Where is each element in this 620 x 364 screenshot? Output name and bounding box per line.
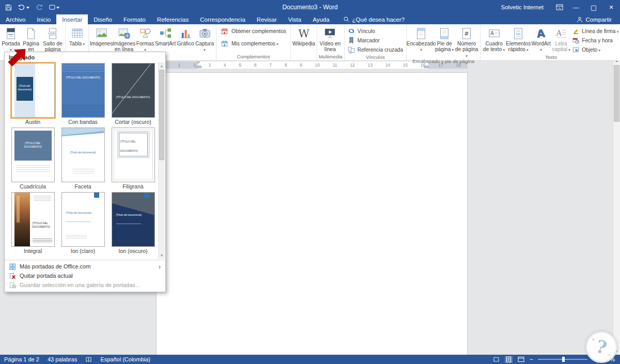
bookmark-button[interactable]: Marcador: [346, 36, 405, 45]
cover-option-cuadricula[interactable]: [TÍTULO DEL DOCUMENTO] Cuadrícula: [8, 126, 58, 191]
cover-thumbnail: [Título del documento]: [112, 192, 155, 247]
table-button[interactable]: Tabla: [67, 25, 87, 54]
blank-page-icon: [25, 26, 37, 41]
tab-archivo[interactable]: Archivo: [0, 14, 31, 24]
shapes-button[interactable]: Formas: [136, 25, 154, 54]
left-indent-marker[interactable]: [195, 66, 202, 68]
object-button[interactable]: Objeto: [571, 45, 620, 54]
proofing-book-icon[interactable]: [85, 357, 92, 362]
chart-button[interactable]: Gráfico: [176, 25, 195, 54]
customize-qat-button[interactable]: [49, 0, 59, 14]
page-number-button[interactable]: # Número de página: [455, 25, 478, 58]
hyperlink-button[interactable]: Vínculo: [346, 26, 405, 36]
word-count[interactable]: 43 palabras: [48, 356, 78, 362]
group-vinculos: Vínculo Marcador Referencia cruzada Vínc…: [345, 24, 407, 60]
tab-referencias[interactable]: Referencias: [151, 14, 194, 24]
cover-page-gallery: Integrado [Título del documento] Austin …: [4, 52, 166, 292]
remove-cover-icon: [9, 273, 16, 279]
zoom-out-button[interactable]: −: [530, 356, 533, 362]
question-mark-glyph: ?: [594, 336, 609, 358]
my-addins-label: Mis complementos: [231, 41, 278, 46]
language-indicator[interactable]: Español (Colombia): [100, 356, 150, 362]
tab-revisar[interactable]: Revisar: [251, 14, 283, 24]
save-button[interactable]: [5, 0, 12, 14]
bookmark-label: Marcador: [358, 38, 380, 43]
maximize-button[interactable]: [585, 0, 602, 14]
date-time-button[interactable]: Fecha y hora: [571, 36, 620, 45]
zoom-slider[interactable]: [538, 359, 587, 360]
cross-reference-button[interactable]: Referencia cruzada: [346, 45, 405, 54]
account-name[interactable]: Solvetic Internet: [501, 4, 544, 10]
save-selection-menu-item[interactable]: Guardar selección en una galería de port…: [5, 280, 165, 290]
share-button[interactable]: Compartir: [577, 14, 620, 24]
drop-cap-button[interactable]: A Letra capital: [551, 25, 571, 54]
document-page[interactable]: [156, 72, 468, 355]
online-video-button[interactable]: Vídeo en línea: [319, 25, 342, 54]
footer-button[interactable]: Pie de página: [434, 25, 455, 58]
date-time-label: Fecha y hora: [582, 38, 612, 43]
gallery-scroll-thumb[interactable]: [159, 70, 164, 160]
tab-insertar[interactable]: Insertar: [56, 14, 88, 24]
cover-option-filigrana[interactable]: [TÍTULO DEL DOCUMENTO] Filigrana: [108, 126, 158, 191]
cover-option-faceta[interactable]: [Título del documento] Faceta: [58, 126, 108, 191]
cover-option-ion-claro[interactable]: [Título del documento] Ion (claro): [58, 191, 108, 255]
caret-down-icon: [56, 6, 59, 9]
cover-option-integral[interactable]: [TÍTULO DEL DOCUMENTO] Integral: [8, 191, 58, 255]
cover-option-austin[interactable]: [Título del documento] Austin: [8, 61, 58, 126]
tab-diseno[interactable]: Diseño: [88, 14, 118, 24]
signature-line-button[interactable]: Línea de firma: [571, 26, 620, 36]
screenshot-button[interactable]: Captura: [195, 25, 214, 54]
gallery-scroll-up[interactable]: [159, 62, 165, 69]
wordart-label: WordArt: [531, 41, 551, 53]
smartart-button[interactable]: SmartArt: [154, 25, 176, 54]
quick-parts-button[interactable]: Elementos rápidos: [506, 25, 531, 54]
wikipedia-button[interactable]: W Wikipedia: [292, 25, 315, 54]
get-addins-button[interactable]: Obtener complementos: [218, 25, 289, 37]
wordart-button[interactable]: A WordArt: [531, 25, 551, 54]
my-addins-button[interactable]: Mis complementos: [218, 37, 289, 50]
group-texto: A Cuadro de texto Elementos rápidos A Wo…: [481, 24, 620, 60]
gallery-scrollbar[interactable]: [158, 62, 165, 259]
print-layout-button[interactable]: [505, 356, 513, 363]
web-layout-button[interactable]: [517, 356, 525, 363]
ruler-number: 13: [367, 62, 372, 68]
more-covers-label: Más portadas de Office.com: [20, 263, 90, 270]
undo-button[interactable]: [18, 0, 29, 14]
cover-option-con-bandas[interactable]: [TÍTULO DEL DOCUMENTO] Con bandas: [58, 61, 108, 126]
cover-thumbnail: [TÍTULO DEL DOCUMENTO]: [11, 192, 55, 247]
wikipedia-label: Wikipedia: [292, 41, 315, 46]
table-icon: [71, 26, 84, 41]
date-time-icon: [572, 37, 579, 44]
pictures-button[interactable]: Imágenes: [90, 25, 112, 54]
zoom-slider-thumb[interactable]: [562, 357, 565, 362]
read-mode-button[interactable]: [492, 356, 500, 363]
pictures-label: Imágenes: [90, 41, 113, 46]
online-pictures-icon: [118, 26, 131, 41]
scrollbar-thumb[interactable]: [614, 65, 619, 122]
more-covers-menu-item[interactable]: Más portadas de Office.com: [5, 262, 165, 271]
page-indicator[interactable]: Página 1 de 2: [4, 356, 39, 362]
tab-inicio[interactable]: Inicio: [31, 14, 56, 24]
gallery-scroll-down[interactable]: [159, 252, 165, 259]
tab-ayuda[interactable]: Ayuda: [307, 14, 335, 24]
header-button[interactable]: Encabezado: [408, 25, 434, 58]
tell-me-search[interactable]: ¿Qué desea hacer?: [344, 14, 405, 24]
group-label-encabezado-pie: Encabezado y pie de página: [408, 58, 478, 65]
vertical-scrollbar[interactable]: [613, 57, 620, 355]
close-button[interactable]: [602, 0, 620, 14]
right-indent-marker[interactable]: [424, 66, 429, 68]
text-box-button[interactable]: A Cuadro de texto: [482, 25, 506, 54]
redo-button[interactable]: [36, 0, 43, 14]
minimize-button[interactable]: [567, 0, 585, 14]
pictures-icon: [95, 26, 108, 41]
remove-cover-menu-item[interactable]: Quitar portada actual: [5, 271, 165, 280]
tab-vista[interactable]: Vista: [283, 14, 307, 24]
ribbon-display-options-button[interactable]: [552, 0, 567, 14]
tab-correspondencia[interactable]: Correspondencia: [194, 14, 251, 24]
cover-option-ion-oscuro[interactable]: [Título del documento] Ion (oscuro): [108, 191, 158, 255]
ribbon-options-icon: [556, 4, 563, 10]
online-pictures-button[interactable]: Imágenes en línea: [112, 25, 136, 54]
tab-formato[interactable]: Formato: [118, 14, 151, 24]
cover-option-cortar-oscuro[interactable]: [TÍTULO DEL DOCUMENTO] Cortar (oscuro): [108, 61, 158, 126]
first-line-indent-marker[interactable]: [196, 61, 200, 64]
